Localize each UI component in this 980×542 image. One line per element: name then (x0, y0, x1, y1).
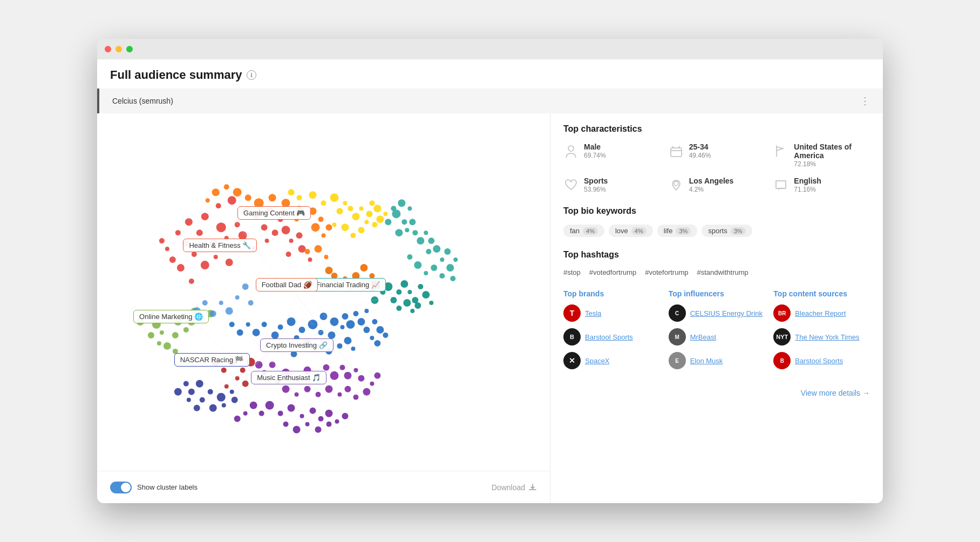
celsius-link[interactable]: CELSIUS Energy Drink (690, 309, 763, 317)
svg-point-26 (296, 232, 303, 239)
svg-point-254 (219, 301, 223, 305)
svg-point-130 (294, 335, 300, 341)
svg-point-242 (364, 281, 369, 287)
location-icon (669, 178, 684, 193)
keyword-life-word: life (664, 227, 673, 235)
mrbeast-link[interactable]: MrBeast (690, 333, 716, 341)
svg-point-151 (383, 333, 388, 338)
elon-link[interactable]: Elon Musk (690, 357, 723, 365)
svg-point-51 (305, 249, 310, 254)
svg-point-154 (304, 367, 311, 374)
svg-point-27 (286, 252, 291, 257)
svg-point-210 (234, 416, 241, 422)
main-body: Gaming Content 🎮 Health & Fitness 🔧 Fina… (97, 113, 883, 503)
svg-point-79 (405, 228, 409, 232)
svg-point-229 (380, 289, 385, 295)
svg-point-85 (426, 249, 431, 254)
maximize-button[interactable] (126, 46, 133, 52)
barstool-link[interactable]: Barstool Sports (585, 333, 633, 341)
svg-point-32 (159, 238, 165, 243)
person-icon (563, 144, 579, 159)
svg-point-40 (295, 217, 299, 221)
svg-point-212 (293, 426, 301, 433)
influencer-celsius: C CELSIUS Energy Drink (669, 304, 765, 322)
svg-point-195 (174, 388, 182, 396)
left-panel: Gaming Content 🎮 Health & Fitness 🔧 Fina… (97, 113, 550, 503)
svg-point-88 (444, 248, 451, 255)
keyword-fan: fan 4% (563, 225, 604, 237)
spacex-link[interactable]: SpaceX (585, 357, 610, 365)
tesla-link[interactable]: Tesla (585, 309, 601, 317)
view-more-button[interactable]: View more details → (801, 389, 870, 397)
svg-point-25 (289, 239, 294, 243)
svg-point-95 (453, 258, 458, 262)
svg-point-258 (568, 146, 574, 151)
svg-point-188 (230, 390, 234, 394)
svg-point-161 (358, 375, 364, 382)
barstool-cs-link[interactable]: Barstool Sports (795, 357, 843, 365)
svg-point-116 (137, 318, 144, 326)
svg-point-64 (373, 205, 381, 212)
char-age: 25-34 49.46% (669, 143, 765, 168)
svg-point-243 (347, 283, 353, 290)
download-button[interactable]: Download (492, 483, 537, 492)
keyword-love: love 4% (609, 225, 653, 237)
svg-point-20 (265, 239, 269, 243)
svg-point-141 (262, 322, 267, 327)
svg-point-69 (350, 233, 356, 238)
svg-point-81 (412, 230, 418, 235)
svg-point-92 (431, 265, 437, 271)
keyword-love-pct: 4% (631, 227, 646, 235)
char-city-label: Los Angeles (689, 177, 734, 185)
more-options-icon[interactable]: ⋮ (860, 95, 870, 107)
svg-point-146 (363, 327, 370, 333)
svg-point-166 (316, 392, 321, 397)
close-button[interactable] (105, 46, 111, 52)
svg-point-41 (309, 207, 317, 215)
svg-point-160 (353, 368, 358, 372)
influencer-elon: E Elon Musk (669, 352, 765, 369)
svg-point-90 (414, 261, 421, 269)
svg-point-149 (370, 336, 374, 340)
char-country: United States of America 72.18% (773, 143, 870, 168)
svg-point-55 (321, 200, 326, 206)
svg-point-241 (352, 272, 359, 280)
titlebar (97, 39, 883, 59)
svg-point-224 (390, 297, 397, 303)
svg-line-233 (259, 227, 340, 335)
info-icon[interactable]: ℹ (247, 70, 256, 80)
svg-point-5 (235, 222, 240, 227)
svg-point-45 (325, 224, 332, 231)
svg-point-208 (250, 402, 257, 409)
svg-rect-259 (671, 148, 682, 157)
svg-point-12 (192, 252, 197, 257)
svg-point-3 (242, 208, 249, 214)
svg-point-201 (300, 414, 304, 418)
svg-point-71 (364, 220, 369, 224)
keyword-sports: sports 3% (702, 225, 752, 237)
bleacher-link[interactable]: Bleacher Report (795, 309, 846, 317)
keyword-sports-pct: 3% (731, 227, 746, 235)
svg-point-72 (372, 222, 377, 227)
show-labels-toggle[interactable] (110, 482, 132, 493)
svg-point-172 (370, 382, 374, 386)
minimize-button[interactable] (115, 46, 122, 52)
barstool-cs-avatar: B (773, 352, 791, 369)
char-age-label: 25-34 (689, 143, 711, 151)
top-brands-col: Top brands T Tesla B Barstool Sports ✕ S… (563, 289, 660, 376)
char-gender: Male 69.74% (563, 143, 660, 168)
heart-icon (563, 178, 579, 193)
svg-point-109 (200, 316, 205, 322)
view-more-row: View more details → (563, 389, 870, 397)
svg-point-135 (344, 337, 351, 344)
svg-point-189 (188, 389, 195, 395)
svg-point-73 (376, 215, 384, 223)
bio-keywords-list: fan 4% love 4% life 3% sports 3% (563, 225, 870, 237)
svg-point-14 (214, 255, 218, 259)
svg-point-143 (246, 322, 250, 327)
bio-keywords-title: Top bio keywords (563, 206, 870, 216)
svg-point-222 (422, 291, 430, 299)
nyt-link[interactable]: The New York Times (795, 333, 859, 341)
hashtag-stand: #standwithtrump (697, 268, 748, 276)
svg-point-102 (174, 318, 182, 326)
